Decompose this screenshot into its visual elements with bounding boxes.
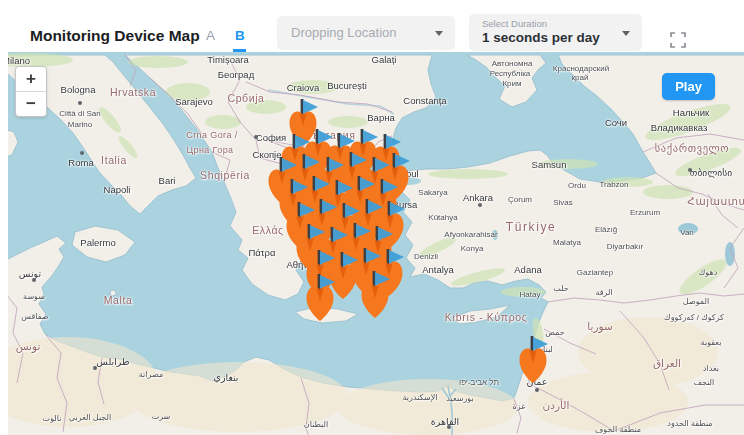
- device-marker[interactable]: [305, 274, 335, 322]
- select-duration-value: 1 seconds per day: [482, 30, 600, 45]
- dropping-location-placeholder: Dropping Location: [291, 25, 397, 40]
- zoom-control: + −: [15, 66, 47, 117]
- tab-a[interactable]: A: [206, 28, 215, 43]
- tab-b-active-underline: [233, 49, 246, 52]
- device-marker[interactable]: [518, 336, 548, 384]
- monitoring-device-map-app: Monitoring Device Map A B Dropping Locat…: [0, 0, 744, 435]
- device-marker[interactable]: [360, 271, 390, 319]
- fullscreen-icon[interactable]: [669, 31, 687, 49]
- zoom-in-button[interactable]: +: [16, 67, 46, 92]
- caret-down-icon: [622, 31, 630, 36]
- header-bar: Monitoring Device Map A B Dropping Locat…: [0, 0, 744, 52]
- zoom-out-button[interactable]: −: [16, 92, 46, 116]
- tab-b[interactable]: B: [235, 28, 245, 43]
- device-markers-layer: [8, 52, 744, 435]
- select-duration-label: Select Duration: [482, 18, 547, 29]
- page-title: Monitoring Device Map: [30, 27, 200, 45]
- caret-down-icon: [435, 31, 443, 36]
- play-button[interactable]: Play: [662, 73, 715, 100]
- map-viewport[interactable]: MilanoBolognaHrvatskaSarajevoCittà di Sa…: [8, 52, 744, 435]
- select-duration-select[interactable]: Select Duration 1 seconds per day: [469, 14, 642, 51]
- dropping-location-select[interactable]: Dropping Location: [277, 16, 455, 50]
